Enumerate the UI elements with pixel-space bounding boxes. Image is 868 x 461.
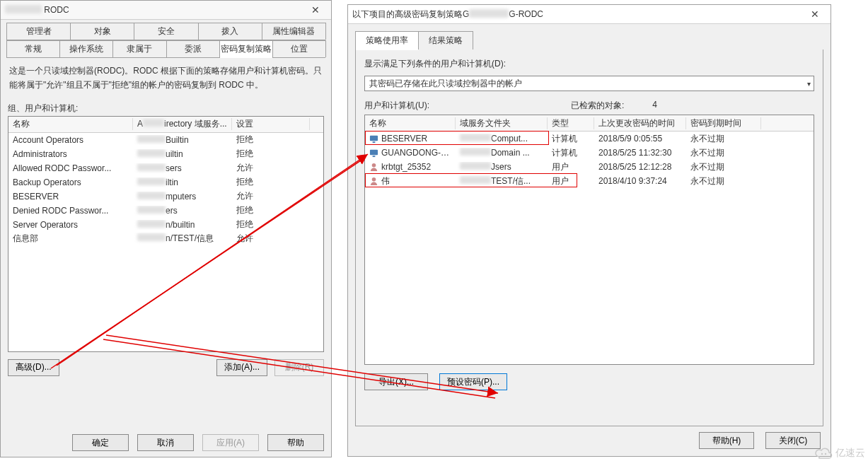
cell-folder: xxxxTEST/信...: [456, 175, 548, 187]
table-row[interactable]: GUANGDONG-R...xxxxDomain ...计算机2018/5/25…: [365, 146, 814, 160]
tab-0[interactable]: 管理者: [6, 23, 71, 40]
col-folder[interactable]: 域服务文件夹: [456, 117, 548, 129]
table-row[interactable]: Account OperatorsxxxxBuiltin拒绝: [8, 133, 323, 147]
cell-time: 2018/5/25 11:32:30: [594, 148, 686, 158]
list-header: 名称 Axxxxirectory 域服务... 设置: [8, 117, 323, 133]
tab-1[interactable]: 结果策略: [418, 31, 473, 49]
cell-setting: 拒绝: [232, 204, 310, 216]
add-button[interactable]: 添加(A)...: [216, 359, 267, 376]
col-lastchange[interactable]: 上次更改密码的时间: [594, 117, 686, 129]
close-button[interactable]: 关闭(C): [765, 432, 821, 449]
cell-expire: 永不过期: [686, 147, 761, 159]
export-button[interactable]: 导出(X)...: [364, 373, 428, 390]
svg-point-11: [825, 453, 826, 455]
advanced-policy-dialog: 以下项目的高级密码复制策略GXXXXXXG-RODC ✕ 策略使用率结果策略 显…: [347, 4, 831, 457]
col-name[interactable]: 名称: [8, 118, 133, 130]
filter-dropdown[interactable]: 其密码已存储在此只读域控制器中的帐户 ▾: [364, 76, 814, 91]
table-row[interactable]: Allowed RODC Passwor...xxxxsers允许: [8, 161, 323, 175]
tab-5[interactable]: 位置: [272, 40, 326, 57]
list-label: 用户和计算机(U):: [364, 100, 429, 112]
window-title: XXXXX RODC: [5, 5, 69, 15]
table-row[interactable]: BESERVERxxxxmputers允许: [8, 189, 323, 204]
col-setting[interactable]: 设置: [232, 118, 310, 130]
cell-type: 用户: [548, 175, 594, 187]
window-title: 以下项目的高级密码复制策略GXXXXXXG-RODC: [352, 8, 543, 21]
cell-setting: 拒绝: [232, 218, 310, 230]
title-bar[interactable]: 以下项目的高级密码复制策略GXXXXXXG-RODC ✕: [348, 5, 831, 24]
advanced-button[interactable]: 高级(D)...: [8, 359, 59, 376]
cell-type: 计算机: [548, 133, 594, 145]
cell-folder: xxxxBuiltin: [133, 135, 232, 145]
table-row[interactable]: Denied RODC Passwor...xxxxers拒绝: [8, 204, 323, 218]
cell-setting: 允许: [232, 162, 310, 174]
col-type[interactable]: 类型: [548, 117, 594, 129]
groups-label: 组、用户和计算机:: [8, 103, 324, 115]
tab-2[interactable]: 安全: [134, 23, 198, 40]
svg-rect-1: [373, 141, 376, 143]
cell-folder: xxxxmputers: [133, 192, 232, 202]
table-row[interactable]: Backup Operatorsxxxxiltin拒绝: [8, 175, 323, 189]
list-header: 名称 域服务文件夹 类型 上次更改密码的时间 密码到期时间: [365, 115, 814, 132]
table-row[interactable]: BESERVERxxxxComput...计算机2018/5/9 0:05:55…: [365, 132, 814, 146]
count-value: 4: [652, 100, 657, 112]
help-button[interactable]: 帮助: [267, 434, 324, 451]
title-bar[interactable]: XXXXX RODC ✕: [1, 1, 331, 20]
apply-button: 应用(A): [202, 434, 259, 451]
chevron-down-icon: ▾: [807, 80, 811, 88]
col-expire[interactable]: 密码到期时间: [686, 117, 761, 129]
svg-point-10: [821, 453, 823, 455]
cell-name: BESERVER: [8, 192, 133, 202]
tab-4[interactable]: 密码复制策略: [219, 40, 273, 57]
cell-setting: 拒绝: [232, 148, 310, 160]
cell-name: Account Operators: [8, 135, 133, 145]
groups-listview[interactable]: 名称 Axxxxirectory 域服务... 设置 Account Opera…: [8, 116, 324, 352]
ok-button[interactable]: 确定: [72, 434, 129, 451]
table-row[interactable]: krbtgt_25352xxxxJsers用户2018/5/25 12:12:2…: [365, 160, 814, 174]
results-listview[interactable]: 名称 域服务文件夹 类型 上次更改密码的时间 密码到期时间 BESERVERxx…: [364, 115, 814, 365]
cell-folder: xxxxers: [133, 206, 232, 216]
table-row[interactable]: 信息部xxxxn/TEST/信息允许: [8, 232, 323, 246]
tab-1[interactable]: 对象: [70, 23, 134, 40]
help-button[interactable]: 帮助(H): [699, 432, 754, 449]
tab-3[interactable]: 拨入: [198, 23, 262, 40]
close-icon[interactable]: ✕: [304, 3, 327, 17]
watermark: 亿速云: [814, 447, 865, 460]
cell-name: Backup Operators: [8, 177, 133, 187]
table-row[interactable]: 伟xxxxTEST/信...用户2018/4/10 9:37:24永不过期: [365, 174, 814, 188]
preset-password-button[interactable]: 预设密码(P)...: [439, 373, 507, 390]
policy-description: 这是一个只读域控制器(RODC)。RODC 根据下面的策略存储用户和计算机密码。…: [9, 64, 323, 93]
close-icon[interactable]: ✕: [804, 7, 826, 21]
table-row[interactable]: Server Operatorsxxxxn/builtin拒绝: [8, 218, 323, 232]
cell-name: Denied RODC Passwor...: [8, 206, 133, 216]
cell-name: Administrators: [8, 149, 133, 159]
tab-0[interactable]: 策略使用率: [355, 31, 419, 49]
cell-folder: xxxxiltin: [133, 177, 232, 187]
remove-button: 删除(R): [274, 359, 324, 376]
cell-expire: 永不过期: [686, 161, 761, 173]
table-row[interactable]: Administratorsxxxxuiltin拒绝: [8, 147, 323, 161]
cell-name: GUANGDONG-R...: [365, 148, 456, 158]
cell-setting: 允许: [232, 233, 310, 245]
cell-expire: 永不过期: [686, 133, 761, 145]
cell-folder: xxxxsers: [133, 163, 232, 173]
cell-time: 2018/5/25 12:12:28: [594, 162, 686, 172]
tab-4[interactable]: 属性编辑器: [262, 23, 326, 40]
dialog-footer: 确定 取消 应用(A) 帮助: [1, 434, 331, 451]
col-folder[interactable]: Axxxxirectory 域服务...: [133, 118, 232, 130]
col-name[interactable]: 名称: [365, 117, 456, 129]
cell-folder: xxxxn/builtin: [133, 220, 232, 230]
cell-time: 2018/4/10 9:37:24: [594, 176, 686, 186]
cell-folder: xxxxComput...: [456, 134, 548, 144]
tab-3[interactable]: 委派: [166, 40, 220, 57]
svg-point-5: [372, 177, 376, 182]
svg-rect-0: [370, 136, 378, 141]
cancel-button[interactable]: 取消: [137, 434, 194, 451]
tab-2[interactable]: 隶属于: [112, 40, 166, 57]
tab-0[interactable]: 常规: [6, 40, 60, 57]
tab-1[interactable]: 操作系统: [59, 40, 113, 57]
cell-expire: 永不过期: [686, 175, 761, 187]
cell-time: 2018/5/9 0:05:55: [594, 134, 686, 144]
cell-setting: 拒绝: [232, 134, 310, 146]
cell-folder: xxxxDomain ...: [456, 148, 548, 158]
svg-rect-2: [370, 150, 378, 155]
